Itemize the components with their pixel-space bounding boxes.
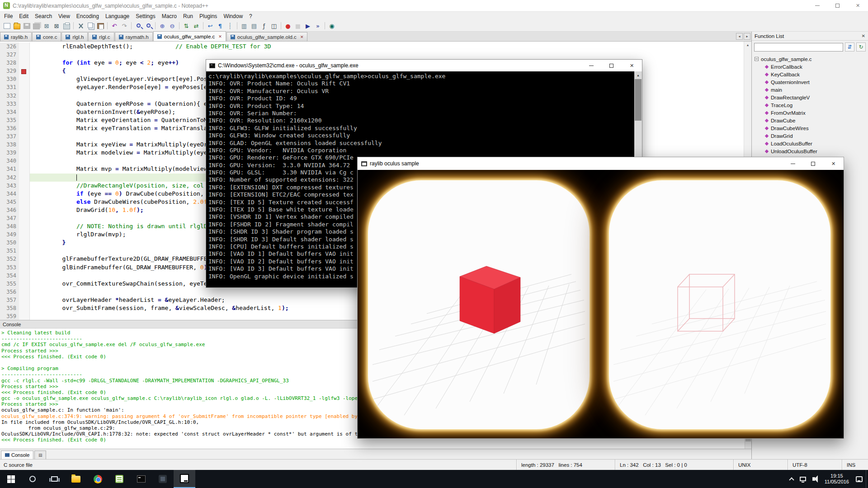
app-dark-taskbar-button[interactable]: [152, 470, 174, 488]
menu-item-file[interactable]: File: [1, 12, 16, 20]
document-map-button[interactable]: ▤: [250, 21, 259, 30]
function-list-item-DrawCube[interactable]: DrawCube: [755, 117, 868, 124]
menu-item-edit[interactable]: Edit: [16, 12, 32, 20]
menu-item-language[interactable]: Language: [102, 12, 132, 20]
network-button[interactable]: [797, 470, 809, 488]
search-taskbar-button[interactable]: [22, 470, 43, 488]
paste-button[interactable]: [96, 21, 105, 30]
collapse-icon[interactable]: [755, 57, 759, 61]
show-all-characters-button[interactable]: ¶: [216, 21, 225, 30]
close-button[interactable]: [848, 0, 868, 11]
tab-raymath.h[interactable]: raymath.h: [115, 32, 153, 41]
maximize-button[interactable]: [827, 0, 848, 11]
tab-scroll-right-button[interactable]: ▸: [744, 33, 750, 40]
cmd-scroll-thumb[interactable]: [635, 79, 642, 121]
show-desktop-button[interactable]: [866, 470, 868, 488]
function-list-item-UnloadOculusBuffer[interactable]: UnloadOculusBuffer: [755, 147, 868, 155]
record-macro-button[interactable]: ●: [283, 21, 292, 30]
cmd-title-bar[interactable]: C:\Windows\System32\cmd.exe - oculus_glf…: [206, 60, 642, 71]
start-taskbar-button[interactable]: [0, 470, 22, 488]
function-list-item-QuaternionInvert[interactable]: QuaternionInvert: [755, 78, 868, 86]
file-explorer-taskbar-button[interactable]: [65, 470, 87, 488]
volume-button[interactable]: [809, 470, 821, 488]
indent-guide-button[interactable]: ┊: [226, 21, 235, 30]
raylib-title-bar[interactable]: raylib oculus sample: [358, 157, 844, 170]
function-list-search-input[interactable]: [754, 43, 843, 52]
tab-core.c[interactable]: core.c: [32, 32, 61, 41]
function-list-item-TraceLog[interactable]: TraceLog: [755, 101, 868, 109]
raylib-minimize-button[interactable]: [783, 157, 803, 170]
raylib-maximize-button[interactable]: [803, 157, 823, 170]
cmd-maximize-button[interactable]: [601, 60, 622, 71]
tray-expand-button[interactable]: [787, 470, 797, 488]
function-list-reload-button[interactable]: ↻: [856, 42, 866, 52]
tab-oculus_glfw_sample.old.c[interactable]: oculus_glfw_sample.old.c✕: [226, 32, 308, 41]
menu-item-encoding[interactable]: Encoding: [73, 12, 102, 20]
word-wrap-button[interactable]: ↩: [206, 21, 215, 30]
menu-item-window[interactable]: Window: [220, 12, 246, 20]
sync-horizontal-button[interactable]: ⇄: [192, 21, 201, 30]
copy-button[interactable]: [86, 21, 95, 30]
task-view-taskbar-button[interactable]: [43, 470, 65, 488]
taskbar-clock[interactable]: 19:15 11/05/2016: [821, 470, 853, 488]
console-tab[interactable]: Console: [1, 450, 33, 459]
status-eol-format[interactable]: UNIX: [733, 460, 788, 470]
print-button[interactable]: [62, 21, 71, 30]
find-button[interactable]: [134, 21, 143, 30]
tab-scroll-left-button[interactable]: ◂: [736, 33, 743, 40]
replace-button[interactable]: [144, 21, 153, 30]
user-defined-dialog-button[interactable]: ▥: [240, 21, 249, 30]
new-file-button[interactable]: [2, 21, 11, 30]
run-macro-multiple-button[interactable]: »: [313, 21, 322, 30]
tab-rlgl.c[interactable]: rlgl.c: [88, 32, 114, 41]
function-list-item-main[interactable]: main: [755, 86, 868, 94]
cmd-taskbar-button[interactable]: [130, 470, 152, 488]
tab-close-icon[interactable]: ✕: [300, 35, 304, 39]
redo-button[interactable]: ↷: [120, 21, 129, 30]
menu-item-view[interactable]: View: [55, 12, 73, 20]
cmd-minimize-button[interactable]: [581, 60, 601, 71]
sync-vertical-button[interactable]: ⇅: [182, 21, 191, 30]
tab-close-icon[interactable]: ✕: [218, 34, 222, 39]
menu-item-plugins[interactable]: Plugins: [196, 12, 220, 20]
function-list-item-LoadOculusBuffer[interactable]: LoadOculusBuffer: [755, 140, 868, 147]
function-list-item-DrawRectangleV[interactable]: DrawRectangleV: [755, 94, 868, 101]
function-list-button[interactable]: ƒ: [259, 21, 269, 30]
close-all-docs-button[interactable]: ⊠: [52, 21, 61, 30]
chrome-taskbar-button[interactable]: [87, 470, 108, 488]
notepadpp-title-bar[interactable]: C:\raylib\raylib\examples\oculus_glfw_sa…: [0, 0, 868, 12]
save-button[interactable]: [22, 21, 31, 30]
cut-button[interactable]: [76, 21, 85, 30]
menu-item-?[interactable]: ?: [246, 12, 255, 20]
zoom-out-button[interactable]: ⊖: [168, 21, 177, 30]
function-list-item-FromOvrMatrix[interactable]: FromOvrMatrix: [755, 109, 868, 117]
tab-raylib.h[interactable]: raylib.h: [0, 32, 32, 41]
status-encoding[interactable]: UTF-8: [788, 460, 842, 470]
menu-item-settings[interactable]: Settings: [132, 12, 158, 20]
zoom-in-button[interactable]: ⊕: [158, 21, 167, 30]
tab-oculus_glfw_sample.c[interactable]: oculus_glfw_sample.c✕: [153, 31, 226, 41]
function-list-item-DrawCubeWires[interactable]: DrawCubeWires: [755, 124, 868, 132]
minimize-button[interactable]: [807, 0, 827, 11]
action-center-button[interactable]: [853, 470, 866, 488]
function-list-root[interactable]: oculus_glfw_sample.c: [755, 55, 868, 63]
close-doc-button[interactable]: ⊠: [42, 21, 51, 30]
cmd-close-button[interactable]: [622, 60, 642, 71]
menu-item-macro[interactable]: Macro: [159, 12, 180, 20]
save-all-button[interactable]: [32, 21, 41, 30]
function-list-close-icon[interactable]: ✕: [862, 33, 865, 38]
play-macro-button[interactable]: ▶: [303, 21, 312, 30]
raylib-close-button[interactable]: [823, 157, 844, 170]
menu-item-search[interactable]: Search: [32, 12, 55, 20]
menu-item-run[interactable]: Run: [180, 12, 196, 20]
status-insert-mode[interactable]: INS: [842, 460, 868, 470]
undo-button[interactable]: ↶: [110, 21, 119, 30]
monitoring-button[interactable]: ◉: [327, 21, 336, 30]
panel-tab-icon-button[interactable]: ▤: [34, 450, 46, 459]
tab-rlgl.h[interactable]: rlgl.h: [61, 32, 88, 41]
function-list-item-KeyCallback[interactable]: KeyCallback: [755, 70, 868, 78]
stop-macro-button[interactable]: ■: [293, 21, 302, 30]
open-folder-button[interactable]: [12, 21, 21, 30]
function-list-sort-button[interactable]: ⇵: [845, 42, 854, 52]
raylib-taskbar-button[interactable]: [174, 470, 195, 488]
